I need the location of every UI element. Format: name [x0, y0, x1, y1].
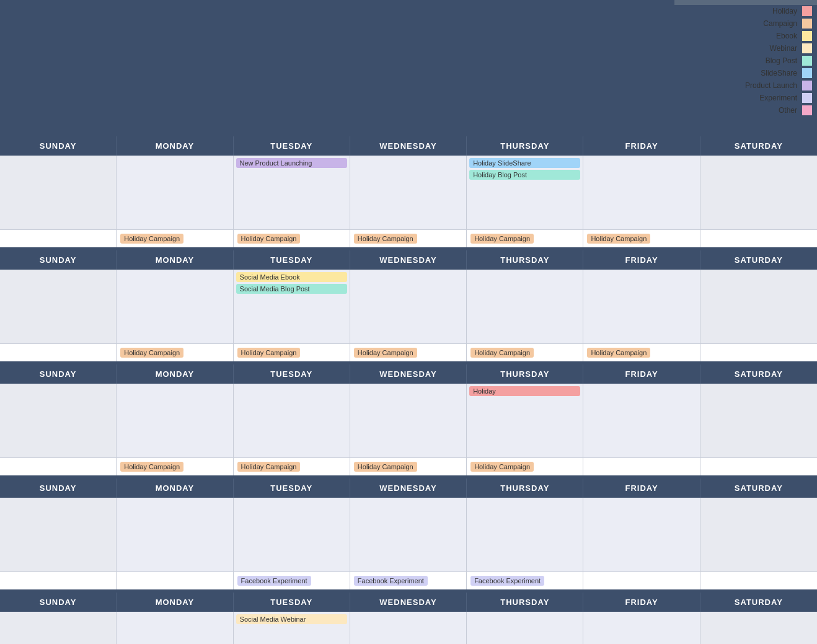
day-header-monday: MONDAY: [117, 364, 233, 384]
day-cell: [0, 270, 117, 344]
bottom-label-cell: [117, 572, 233, 589]
day-headers: SUNDAYMONDAYTUESDAYWEDNESDAYTHURSDAYFRID…: [0, 136, 817, 156]
bottom-label-row: Holiday CampaignHoliday CampaignHoliday …: [0, 344, 817, 363]
bottom-label-cell: Holiday Campaign: [583, 230, 700, 247]
bottom-event-tag: Holiday Campaign: [470, 234, 534, 244]
day-cell: [350, 612, 467, 644]
key-color: [802, 93, 812, 103]
day-header-tuesday: TUESDAY: [234, 479, 350, 498]
bottom-label-cell: Holiday Campaign: [117, 230, 233, 247]
bottom-event-tag: Holiday Campaign: [354, 462, 417, 472]
day-header-wednesday: WEDNESDAY: [350, 593, 467, 612]
bottom-label-row: Holiday CampaignHoliday CampaignHoliday …: [0, 230, 817, 249]
day-cell: [583, 612, 700, 644]
event-tag: Social Media Blog Post: [236, 284, 347, 294]
event-tag: Social Media Ebook: [236, 272, 347, 282]
bottom-label-cell: [700, 572, 817, 589]
week-row-2: Holiday: [0, 384, 817, 458]
day-cell: [583, 156, 700, 230]
day-cell: [350, 156, 467, 230]
event-tag: Holiday: [469, 386, 580, 396]
key-item: Other: [674, 104, 817, 117]
day-header-saturday: SATURDAY: [700, 136, 817, 156]
day-cell: [117, 612, 233, 644]
day-header-sunday: SUNDAY: [0, 250, 117, 270]
day-header-thursday: THURSDAY: [467, 479, 583, 498]
bottom-event-tag: Holiday Campaign: [587, 348, 650, 358]
key-label: SlideShare: [761, 69, 800, 77]
day-cell: New Product Launching: [234, 156, 350, 230]
bottom-label-cell: Holiday Campaign: [467, 344, 583, 361]
bottom-label-cell: Facebook Experiment: [350, 572, 467, 589]
bottom-event-tag: Holiday Campaign: [120, 234, 183, 244]
bottom-label-row: Facebook ExperimentFacebook ExperimentFa…: [0, 572, 817, 591]
day-cell: [0, 156, 117, 230]
day-header-monday: MONDAY: [117, 250, 233, 270]
bottom-event-tag: Holiday Campaign: [470, 462, 534, 472]
day-cell: [234, 384, 350, 458]
day-header-thursday: THURSDAY: [467, 593, 583, 612]
day-cell: [350, 270, 467, 344]
bottom-event-tag: Holiday Campaign: [587, 234, 650, 244]
day-cell: [467, 270, 583, 344]
day-cell: [117, 270, 233, 344]
day-header-thursday: THURSDAY: [467, 136, 583, 156]
bottom-event-tag: Holiday Campaign: [120, 348, 183, 358]
day-header-monday: MONDAY: [117, 136, 233, 156]
day-header-thursday: THURSDAY: [467, 364, 583, 384]
bottom-event-tag: Holiday Campaign: [354, 234, 417, 244]
page-wrapper: HolidayCampaignEbookWebinarBlog PostSlid…: [0, 0, 817, 644]
key-label: Campaign: [763, 19, 800, 28]
bottom-label-cell: [0, 458, 117, 475]
bottom-label-cell: [0, 572, 117, 589]
bottom-label-cell: Holiday Campaign: [117, 458, 233, 475]
bottom-label-cell: Holiday Campaign: [350, 344, 467, 361]
bottom-event-tag: Holiday Campaign: [237, 462, 301, 472]
day-header-sunday: SUNDAY: [0, 136, 117, 156]
week-row-4: Social Media Webinar: [0, 612, 817, 644]
day-cell: [467, 612, 583, 644]
day-header-friday: FRIDAY: [583, 250, 700, 270]
bottom-label-cell: Holiday Campaign: [234, 458, 350, 475]
day-header-sunday: SUNDAY: [0, 479, 117, 498]
calendar-section: SUNDAYMONDAYTUESDAYWEDNESDAYTHURSDAYFRID…: [0, 136, 817, 644]
day-header-sunday: SUNDAY: [0, 364, 117, 384]
bottom-event-tag: Holiday Campaign: [354, 348, 417, 358]
week-block-0: SUNDAYMONDAYTUESDAYWEDNESDAYTHURSDAYFRID…: [0, 136, 817, 250]
day-cell: [583, 498, 700, 572]
bottom-label-cell: [700, 458, 817, 475]
bottom-event-tag: Holiday Campaign: [237, 234, 301, 244]
key-color: [802, 19, 812, 29]
day-cell: [467, 498, 583, 572]
day-header-tuesday: TUESDAY: [234, 136, 350, 156]
key-label: Product Launch: [745, 81, 800, 90]
day-header-wednesday: WEDNESDAY: [350, 479, 467, 498]
week-row-3: [0, 498, 817, 572]
day-cell: [117, 384, 233, 458]
bottom-label-cell: Holiday Campaign: [467, 458, 583, 475]
day-cell: [700, 384, 817, 458]
bottom-event-tag: Holiday Campaign: [237, 348, 301, 358]
day-cell: Social Media EbookSocial Media Blog Post: [234, 270, 350, 344]
event-tag: Holiday Blog Post: [469, 170, 580, 180]
day-header-tuesday: TUESDAY: [234, 364, 350, 384]
day-headers: SUNDAYMONDAYTUESDAYWEDNESDAYTHURSDAYFRID…: [0, 250, 817, 270]
week-block-3: SUNDAYMONDAYTUESDAYWEDNESDAYTHURSDAYFRID…: [0, 479, 817, 593]
key-item: SlideShare: [674, 67, 817, 79]
bottom-event-tag: Facebook Experiment: [237, 576, 311, 586]
bottom-label-cell: Holiday Campaign: [467, 230, 583, 247]
day-header-tuesday: TUESDAY: [234, 593, 350, 612]
key-label: Experiment: [759, 94, 800, 102]
day-cell: [350, 384, 467, 458]
day-header-saturday: SATURDAY: [700, 250, 817, 270]
day-header-friday: FRIDAY: [583, 593, 700, 612]
day-header-thursday: THURSDAY: [467, 250, 583, 270]
day-cell: [700, 498, 817, 572]
day-cell: [0, 498, 117, 572]
bottom-label-cell: [700, 344, 817, 361]
key-color: [802, 68, 812, 78]
key-color: [802, 31, 812, 41]
day-cell: [700, 156, 817, 230]
key-color: [802, 81, 812, 90]
bottom-label-cell: Holiday Campaign: [350, 458, 467, 475]
